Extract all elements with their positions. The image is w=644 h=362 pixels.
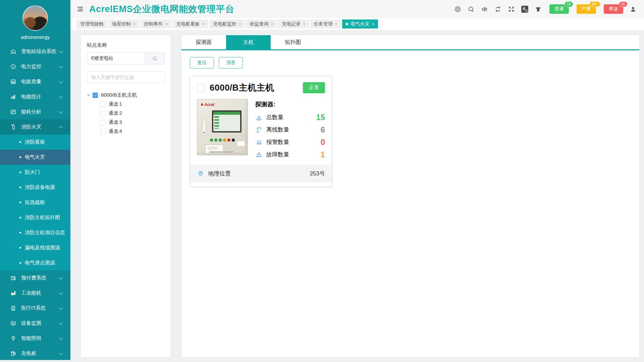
search-icon[interactable] (468, 6, 475, 13)
tab-charging-monitor[interactable]: 充电桩监控 (209, 19, 245, 29)
stat-row-offline: 离线数量 6 (255, 123, 325, 136)
alarm-pill-severe[interactable]: 严重 99+ (577, 4, 596, 14)
view-tabs: 探测器 主机 拓扑图 (181, 35, 639, 50)
tree-channel-row[interactable]: 通道:1 (87, 100, 165, 109)
sub-item-fire-dashboard[interactable]: 消防看板 (0, 135, 70, 150)
tab-topology[interactable]: 拓扑图 (271, 35, 315, 49)
stat-row-fault: 故障数量 1 (255, 148, 325, 161)
sub-item-leakage-cable-temp[interactable]: 漏电及线缆测温 (0, 240, 70, 255)
sidebar-menu: 变电站综合系统 电力监控 电能质量 电能统计 能耗分析 (0, 44, 70, 361)
host-card[interactable]: 6000/B主机主机 正常 Acrel (190, 76, 332, 187)
site-search-input[interactable] (87, 52, 145, 64)
tab-electrical-fire[interactable]: 电气火灾 (342, 19, 378, 29)
user-icon[interactable] (630, 6, 637, 13)
tree-channel-row[interactable]: 通道:4 (87, 127, 165, 136)
alarm-siren-icon (255, 139, 263, 146)
industry-icon (10, 290, 16, 296)
tab-task-management[interactable]: 任务管理 (310, 19, 341, 29)
fullscreen-icon[interactable] (508, 6, 515, 13)
device-indicator-buttons (210, 139, 235, 142)
sub-item-fire-door[interactable]: 防火门 (0, 165, 70, 180)
tab-control-events[interactable]: 控制事件 (141, 19, 172, 29)
refresh-icon[interactable] (494, 6, 501, 13)
sidebar-item-fire-safety[interactable]: 消防火灾 (0, 119, 70, 135)
bullet-icon (19, 247, 21, 249)
sidebar-item-smart-lighting[interactable]: 智能照明 (0, 331, 70, 346)
chevron-down-icon (59, 291, 63, 295)
channel-checkbox[interactable] (100, 111, 106, 116)
action-buttons: 复位 消音 (190, 57, 639, 68)
sidebar-item-energy-stats[interactable]: 电能统计 (0, 89, 70, 104)
stat-row-alarm: 报警数量 0 (255, 136, 325, 148)
alarm-count-badge: 14 (565, 1, 573, 7)
offline-unlink-icon (255, 126, 263, 134)
host-card-footer: 地理位置 253号 (190, 165, 332, 183)
tab-charging-records[interactable]: 充电记录 (278, 19, 309, 29)
bulb-icon (10, 335, 16, 342)
sidebar-item-industrial-energy[interactable]: 工业能耗 (0, 286, 70, 301)
tree-channel-row[interactable]: 通道:2 (87, 109, 165, 118)
bullet-icon (19, 171, 21, 173)
close-icon[interactable] (335, 21, 338, 27)
tab-detectors[interactable]: 探测器 (181, 35, 226, 49)
tab-charging-board[interactable]: 充电桩看板 (172, 19, 208, 29)
mute-button[interactable]: 消音 (219, 57, 243, 68)
close-icon[interactable] (133, 21, 136, 27)
close-icon[interactable] (165, 21, 168, 27)
tree-root-row[interactable]: 6000/B主机主机 (87, 91, 165, 100)
sidebar-item-charging-pile[interactable]: 充电桩 (0, 346, 70, 361)
location-value: 253号 (310, 170, 325, 177)
host-card-header: 6000/B主机主机 正常 (190, 76, 332, 98)
caret-down-icon[interactable] (87, 94, 90, 96)
prepaid-icon (10, 275, 16, 281)
tree-channel-row[interactable]: 通道:3 (87, 118, 165, 127)
tab-hosts[interactable]: 主机 (226, 35, 271, 49)
translate-icon[interactable] (521, 6, 528, 13)
tab-management-cockpit[interactable]: 管理驾驶舱 (76, 19, 107, 29)
tab-scene-control[interactable]: 场景控制 (108, 19, 140, 29)
bullet-icon (19, 141, 21, 143)
root-checkbox-checked[interactable] (93, 93, 98, 98)
main-column: AcrelEMS企业微电网能效管理平台 普通 14 严重 99+ (70, 0, 644, 362)
channel-checkbox[interactable] (100, 129, 106, 134)
sub-item-fire-equipment-power[interactable]: 消防设备电源 (0, 180, 70, 195)
close-icon[interactable] (239, 21, 241, 27)
sidebar-item-power-quality[interactable]: 电能质量 (0, 74, 70, 89)
sub-item-fire-host-project-info[interactable]: 消防主机项目信息 (0, 225, 70, 240)
sidebar: adminenergy 变电站综合系统 电力监控 电能质量 电能统计 (0, 0, 70, 360)
alarm-pill-normal[interactable]: 普通 14 (549, 4, 569, 14)
tree-filter-input[interactable] (87, 71, 165, 83)
reset-button[interactable]: 复位 (190, 57, 214, 68)
sidebar-item-medical-it[interactable]: 医疗IT系统 (0, 301, 70, 316)
volume-icon[interactable] (481, 6, 488, 13)
sidebar-item-power-monitor[interactable]: 电力监控 (0, 59, 70, 74)
support-icon[interactable] (454, 6, 461, 13)
avatar[interactable] (22, 5, 48, 31)
tab-revenue-query[interactable]: 收益查询 (246, 19, 277, 29)
sub-item-electrical-fire[interactable]: 电气火灾 (0, 150, 70, 165)
close-icon[interactable] (372, 21, 374, 27)
host-checkbox[interactable] (197, 84, 205, 92)
sidebar-item-prepaid[interactable]: 预付费系统 (0, 270, 70, 286)
sidebar-item-substation[interactable]: 变电站综合系统 (0, 44, 70, 59)
close-icon[interactable] (271, 21, 273, 27)
detector-stats: 探测器: 总数量 15 离线数量 6 (255, 99, 325, 161)
sidebar-item-energy-analysis[interactable]: 能耗分析 (0, 104, 70, 119)
sub-item-electrical-contact-temp[interactable]: 电气接点测温 (0, 255, 70, 270)
location-label: 地理位置 (208, 170, 231, 177)
host-card-body: Acrel 探测器: (190, 98, 332, 161)
site-tree-panel: 站点名称 6000/B主机主机 通道:1 (80, 35, 171, 358)
bullet-icon (19, 262, 21, 264)
menu-fold-icon[interactable] (76, 5, 84, 13)
chevron-down-icon (59, 64, 63, 68)
site-search-button[interactable] (145, 52, 165, 64)
sub-item-emergency-evacuation[interactable]: 应急疏散 (0, 195, 70, 210)
channel-checkbox[interactable] (100, 120, 106, 125)
close-icon[interactable] (202, 21, 205, 27)
sub-item-fire-host-topology[interactable]: 消防主机拓扑图 (0, 210, 70, 225)
close-icon[interactable] (303, 21, 306, 27)
channel-checkbox[interactable] (100, 102, 106, 107)
alarm-pill-accident[interactable]: 事故 26 (604, 4, 623, 14)
theme-icon[interactable] (535, 6, 542, 13)
sidebar-item-device-monitor[interactable]: 设备监测 (0, 316, 70, 331)
